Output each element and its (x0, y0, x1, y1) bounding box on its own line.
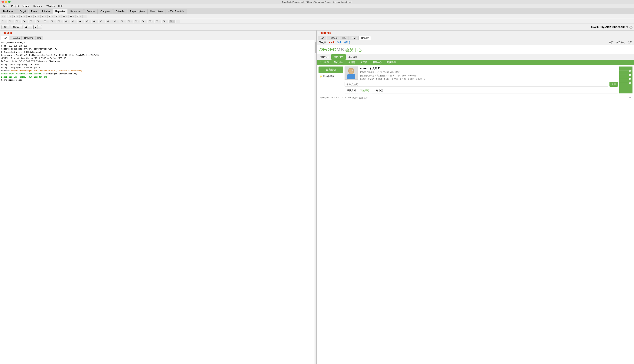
tab-extender[interactable]: Extender (113, 9, 127, 14)
tab-repeater[interactable]: Repeater (53, 9, 67, 14)
web-link-content[interactable]: 内容中心 (616, 41, 625, 44)
edit-target-icon[interactable]: ✎ (626, 26, 628, 28)
req-tab-46[interactable]: 46× (92, 20, 98, 23)
req-tab-33[interactable]: 33× (15, 20, 21, 23)
res-sub-tab-headers[interactable]: Headers (327, 36, 339, 40)
res-sub-tab-hex[interactable]: Hex (340, 36, 348, 40)
request-body[interactable]: GET /member/ HTTP/1.1 Host: 192.168.170.… (0, 40, 316, 364)
tab-proxy[interactable]: Proxy (29, 9, 40, 14)
req-tabs-more2-btn[interactable]: ... (176, 20, 180, 23)
req-tab-34[interactable]: 34× (22, 20, 28, 23)
logout-link[interactable]: [退出] (337, 41, 342, 44)
req-tab-54[interactable]: 54× (141, 20, 147, 23)
web-green-random[interactable]: 随便踩踩 (384, 60, 398, 65)
web-right-friends[interactable]: 我的好友 (619, 74, 632, 78)
tab-target[interactable]: Target (17, 9, 28, 14)
req-tab-31[interactable]: 31× (1, 20, 7, 23)
req-tab-47[interactable]: 47× (99, 20, 105, 23)
req-tab-57[interactable]: 57× (155, 20, 161, 23)
req-tab-35[interactable]: 35× (29, 20, 35, 23)
req-tab-58[interactable]: 58× (162, 20, 168, 23)
web-link-member[interactable]: 会员 (627, 41, 632, 44)
maximize-button[interactable] (8, 1, 11, 3)
req-sub-tab-raw[interactable]: Raw (1, 36, 10, 40)
web-nav-dream[interactable]: 我的积梦 (331, 54, 346, 60)
req-tab-39[interactable]: 39× (57, 20, 63, 23)
web-activity-mine[interactable]: 我的动态 (358, 88, 372, 93)
go-button[interactable]: Go (2, 25, 10, 29)
web-green-friends[interactable]: 我的好友 (331, 60, 346, 65)
web-green-consume[interactable]: 消费中心 (370, 60, 384, 65)
res-sub-tab-render[interactable]: Render (359, 36, 371, 40)
web-activity-all[interactable]: 全站动态 (372, 88, 385, 93)
tab-json-beautifier[interactable]: JSON Beautifier (166, 9, 187, 14)
tab-decoder[interactable]: Decoder (84, 9, 98, 14)
tab-project-options[interactable]: Project options (128, 9, 147, 14)
req-tab-22[interactable]: 22× (27, 15, 33, 18)
req-sub-tab-params[interactable]: Params (10, 36, 22, 40)
req-tab-27[interactable]: 27× (62, 15, 68, 18)
menu-window[interactable]: Window (45, 4, 57, 8)
web-green-space[interactable]: 个人空间 (317, 60, 331, 65)
web-right-info[interactable]: 信息统计 (619, 66, 632, 70)
web-activity-latest[interactable]: 最新文档 (345, 88, 358, 93)
close-button[interactable] (2, 1, 4, 3)
req-tab-44[interactable]: 44× (78, 20, 84, 23)
web-nav-content[interactable]: 内容中心 (317, 54, 331, 60)
req-tab-4[interactable]: 4× (1, 15, 6, 18)
req-tab-48[interactable]: 48× (106, 20, 112, 23)
msg-link[interactable]: 短消息 (344, 41, 351, 44)
req-tab-45[interactable]: 45× (85, 20, 91, 23)
tab-sequencer[interactable]: Sequencer (68, 9, 84, 14)
help-icon[interactable]: ? (629, 26, 632, 29)
minimize-button[interactable] (5, 1, 7, 3)
web-right-search[interactable]: 搜索用户 (619, 78, 632, 82)
req-tab-42[interactable]: 42× (71, 20, 77, 23)
web-sidebar-favorites[interactable]: 📁 我的收藏夹 (319, 74, 343, 79)
req-tab-26[interactable]: 26× (55, 15, 61, 18)
req-tab-38[interactable]: 38× (50, 20, 56, 23)
back-button[interactable]: ◀ (24, 25, 28, 29)
cancel-button[interactable]: Cancel (11, 25, 23, 29)
forward-dropdown-button[interactable]: ▼ (38, 25, 42, 29)
username-link[interactable]: admin (328, 41, 335, 44)
request-scrollbar[interactable] (315, 40, 316, 364)
req-tabs-more-btn[interactable]: ... (82, 15, 87, 18)
req-tab-29[interactable]: 29× (69, 15, 75, 18)
menu-help[interactable]: Help (57, 4, 65, 8)
req-tab-59[interactable]: 59× (169, 20, 175, 23)
res-sub-tab-html[interactable]: HTML (348, 36, 359, 40)
req-tab-50[interactable]: 50× (120, 20, 126, 23)
forward-button[interactable]: ▶ (34, 25, 38, 29)
req-tab-25[interactable]: 25× (47, 15, 54, 18)
menu-burp[interactable]: Burp (2, 4, 10, 8)
req-tab-23[interactable]: 23× (33, 15, 40, 18)
menu-repeater[interactable]: Repeater (32, 4, 45, 8)
req-tab-15[interactable]: 15× (13, 15, 19, 18)
req-tab-30[interactable]: 30× (76, 15, 82, 18)
menu-project[interactable]: Project (10, 4, 20, 8)
req-sub-tab-headers[interactable]: Headers (22, 36, 35, 40)
req-tab-5[interactable]: 5× (7, 15, 12, 18)
web-link-home[interactable]: 主页 (609, 41, 613, 44)
req-tab-36[interactable]: 36× (36, 20, 42, 23)
back-dropdown-button[interactable]: ▼ (28, 25, 32, 29)
tab-user-options[interactable]: User options (148, 9, 165, 14)
web-comment-input[interactable] (345, 82, 608, 87)
req-tab-52[interactable]: 52× (127, 20, 133, 23)
menu-intruder[interactable]: Intruder (20, 4, 32, 8)
web-green-board[interactable]: 留言板 (358, 60, 370, 65)
res-sub-tab-raw[interactable]: Raw (318, 36, 326, 40)
req-tab-40[interactable]: 40× (64, 20, 70, 23)
web-comment-submit[interactable]: 发表 (609, 82, 618, 87)
req-tab-24[interactable]: 24× (40, 15, 47, 18)
web-right-welcome[interactable]: 欢迎新成员 (619, 70, 632, 74)
req-sub-tab-hex[interactable]: Hex (35, 36, 43, 40)
req-tab-20[interactable]: 20× (20, 15, 26, 18)
req-tab-55[interactable]: 55× (148, 20, 154, 23)
web-sidebar-btn[interactable]: 会员互动 (319, 66, 343, 73)
tab-intruder[interactable]: Intruder (40, 9, 53, 14)
tab-dashboard[interactable]: Dashboard (1, 9, 17, 14)
web-nav-settings[interactable]: 系统设置 (346, 54, 360, 60)
req-tab-53[interactable]: 53× (134, 20, 140, 23)
